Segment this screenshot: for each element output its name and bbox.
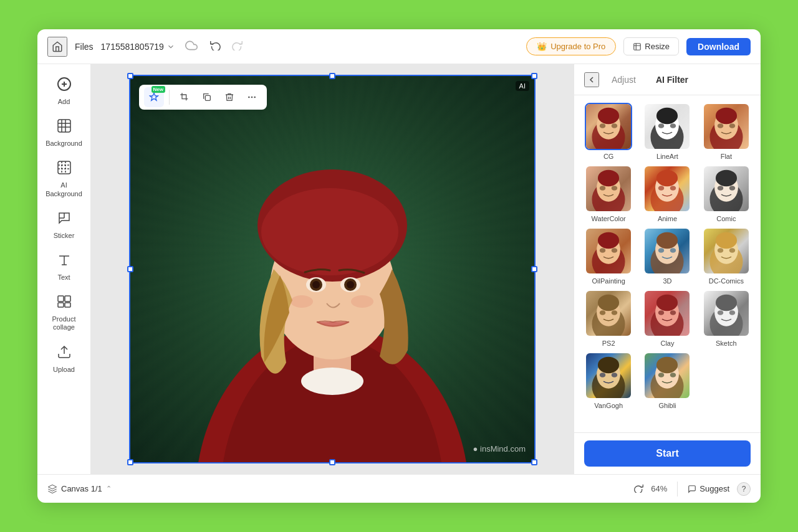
undo-button[interactable] [208,37,224,56]
filter-thumb-vangogh [585,352,632,399]
svg-point-48 [600,186,605,191]
filter-label-anime: Anime [658,215,677,222]
sidebar-item-background[interactable]: Background [41,113,87,153]
filter-item-sketch[interactable]: Sketch [699,290,753,347]
header: Files 1715581805719 [37,29,761,64]
tab-adjust[interactable]: Adjust [604,71,643,88]
cloud-icon[interactable] [185,39,198,54]
filter-item-dccomics[interactable]: DC-Comics [699,227,753,285]
ai-enhance-button[interactable]: New [144,87,164,107]
svg-point-27 [347,281,354,288]
sidebar-item-upload[interactable]: Upload [41,340,87,379]
filter-label-sketch: Sketch [716,340,737,347]
help-button[interactable]: ? [737,482,751,496]
canvas-expand-icon: ⌃ [106,485,112,493]
right-panel: Adjust AI Filter CG LineArt Flat [574,64,761,474]
delete-button[interactable] [219,87,239,107]
filter-label-dccomics: DC-Comics [709,277,744,285]
filter-item-cg[interactable]: CG [582,103,635,160]
svg-rect-0 [634,43,641,50]
filter-preview-vangogh [586,353,631,398]
resize-button[interactable]: Resize [623,37,679,55]
upgrade-button[interactable]: 👑 Upgrade to Pro [526,37,616,55]
filter-item-oilpainting[interactable]: OilPainting [582,227,635,285]
sidebar-item-product-collage[interactable]: Product collage [41,289,87,336]
sidebar-item-sticker[interactable]: Sticker [41,206,87,245]
filter-item-clay[interactable]: Clay [640,290,694,347]
filter-thumb-comic [703,165,750,212]
svg-point-58 [718,186,723,191]
canvas-area[interactable]: New [91,64,574,474]
sidebar-item-ai-background[interactable]: AI Background [41,155,87,202]
filter-preview-lineart [645,104,690,149]
crop-button[interactable] [175,87,195,107]
filter-item-ps2[interactable]: PS2 [582,290,635,347]
files-label[interactable]: Files [75,42,94,52]
svg-point-14 [254,97,256,98]
filter-preview-anime [645,166,690,211]
svg-point-87 [716,295,737,311]
svg-point-18 [301,368,363,395]
svg-point-54 [670,186,676,191]
suggest-button[interactable]: Suggest [688,484,729,493]
svg-rect-7 [65,296,70,302]
download-button[interactable]: Download [686,38,751,55]
tab-ai-filter[interactable]: AI Filter [648,71,696,88]
svg-point-82 [656,295,678,311]
start-button[interactable]: Start [584,440,751,467]
layers-button[interactable]: Canvas 1/1 ⌃ [47,484,112,494]
filter-preview-watercolor [586,166,631,211]
panel-back-button[interactable] [584,72,599,87]
svg-point-98 [658,373,664,378]
filter-label-ps2: PS2 [602,340,615,347]
svg-point-64 [612,248,617,253]
filter-item-lineart[interactable]: LineArt [640,103,694,160]
filter-item-flat[interactable]: Flat [699,103,753,160]
svg-rect-11 [205,95,210,100]
duplicate-button[interactable] [197,87,217,107]
filter-thumb-cg [585,103,632,150]
filter-thumb-lineart [643,103,691,150]
svg-rect-5 [58,161,70,174]
filter-label-lineart: LineArt [656,153,678,160]
zoom-level: 64% [651,484,667,493]
filter-item-ghibli[interactable]: Ghibli [640,352,694,409]
svg-point-73 [718,248,723,253]
filter-item-comic[interactable]: Comic [699,165,753,222]
svg-rect-8 [58,303,64,307]
filter-preview-3d [645,229,690,273]
svg-point-38 [658,123,664,128]
sidebar-item-text[interactable]: Text [41,247,87,287]
filter-item-anime[interactable]: Anime [640,165,694,222]
svg-point-99 [670,373,676,378]
filter-label-flat: Flat [721,153,732,160]
filter-item-3d[interactable]: 3D [640,227,694,285]
home-button[interactable] [47,37,67,57]
svg-point-84 [670,310,676,315]
filter-item-watercolor[interactable]: WaterColor [582,165,635,222]
filter-item-vangogh[interactable]: VanGogh [582,352,635,409]
refresh-icon[interactable] [633,483,643,495]
main-area: Add Background AI Backgr [37,64,761,474]
sidebar-item-add[interactable]: Add [41,72,87,111]
app-window: Files 1715581805719 [37,29,761,503]
filter-thumb-flat [703,103,750,150]
watermark: ● insMind.com [473,444,526,454]
svg-point-13 [251,97,253,98]
svg-point-67 [656,232,678,249]
redo-button[interactable] [229,37,245,56]
ai-background-icon [57,160,72,179]
filter-thumb-3d [643,227,691,275]
svg-point-68 [658,248,664,253]
filter-preview-comic [704,166,749,211]
svg-point-78 [600,310,605,315]
sidebar: Add Background AI Backgr [37,64,91,474]
more-button[interactable] [242,87,262,107]
svg-point-93 [600,373,605,378]
svg-point-28 [291,295,313,308]
svg-point-59 [729,186,735,191]
filter-thumb-oilpainting [585,227,632,275]
filename-display[interactable]: 1715581805719 [101,42,175,52]
svg-point-74 [729,248,735,253]
filter-preview-sketch [704,291,749,336]
